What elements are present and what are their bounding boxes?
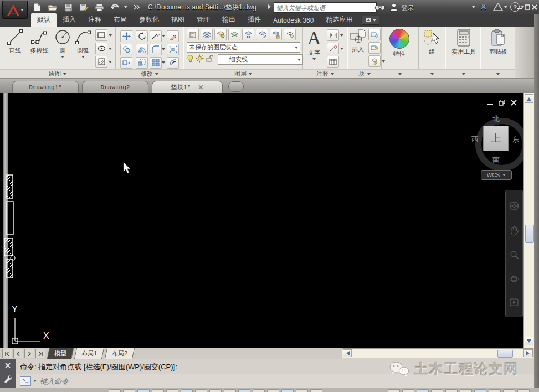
status-button[interactable] [310, 389, 322, 392]
leader-button[interactable] [327, 43, 339, 54]
plot-button[interactable] [93, 2, 105, 13]
ribbon-tab-plugins[interactable]: 插件 [242, 13, 267, 27]
table-button[interactable] [327, 56, 339, 68]
layer-unisolate-button[interactable] [228, 29, 240, 40]
application-menu-button[interactable] [2, 1, 28, 19]
orbit-icon[interactable] [509, 275, 519, 283]
viewcube-west-label[interactable]: 西 [471, 135, 479, 145]
ribbon-tab-insert[interactable]: 插入 [57, 13, 82, 27]
layer-freeze-button[interactable] [242, 29, 254, 40]
horizontal-scrollbar[interactable] [342, 348, 533, 358]
dimension-caret-icon[interactable] [340, 34, 343, 37]
last-layout-button[interactable] [35, 349, 45, 358]
status-button[interactable] [474, 389, 486, 392]
zoom-magnifier-icon[interactable] [510, 250, 519, 260]
signin-dropdown-caret-icon[interactable] [472, 6, 475, 8]
prev-layout-button[interactable] [13, 349, 23, 358]
ribbon-tab-annotate[interactable]: 注释 [82, 13, 107, 27]
pan-hand-icon[interactable] [510, 226, 519, 236]
layer-sun-icon[interactable] [196, 54, 204, 64]
group-button[interactable]: 组 [420, 29, 444, 69]
ellipse-button[interactable] [95, 43, 107, 54]
wrench-icon[interactable] [4, 375, 12, 384]
viewcube-south-label[interactable]: 南 [492, 155, 500, 165]
layout2-tab[interactable]: 布局2 [105, 348, 135, 359]
infocenter-search-input[interactable] [274, 2, 377, 13]
command-history-line[interactable]: 命令: 指定对角点或 [栏选(F)/圈围(WP)/圈交(CP)]: [20, 362, 177, 372]
file-tab-drawing1[interactable]: Drawing1* [12, 81, 79, 93]
layer-properties-button[interactable] [187, 29, 199, 40]
scroll-left-button[interactable] [343, 349, 352, 357]
status-button[interactable] [281, 389, 294, 392]
save-button[interactable] [62, 2, 74, 13]
layers-panel-title[interactable]: 图层 [184, 69, 302, 78]
layer-match-button[interactable] [284, 29, 296, 40]
status-button[interactable] [267, 389, 279, 392]
hatch-caret-icon[interactable] [109, 61, 112, 63]
status-button[interactable] [402, 389, 414, 392]
clipboard-panel-title[interactable] [481, 69, 515, 78]
navigation-bar[interactable] [505, 190, 523, 317]
layer-state-dropdown[interactable]: 未保存的图层状态 [187, 42, 300, 53]
layer-lock-button[interactable] [270, 29, 282, 40]
layout1-tab[interactable]: 布局1 [74, 348, 105, 359]
properties-panel-title[interactable] [381, 69, 418, 78]
leader-caret-icon[interactable] [340, 48, 343, 50]
ribbon-tab-parametric[interactable]: 参数化 [133, 13, 165, 27]
status-button[interactable] [238, 389, 250, 392]
status-button[interactable] [253, 389, 265, 392]
circle-dropdown-caret-icon[interactable] [61, 56, 64, 58]
command-input[interactable] [39, 376, 207, 386]
scale-button[interactable] [136, 57, 148, 69]
ucs-icon[interactable]: Y X [6, 302, 55, 344]
ellipse-caret-icon[interactable] [109, 48, 112, 50]
viewcube-top-face[interactable]: 上 [483, 126, 509, 151]
close-window-button[interactable] [531, 4, 538, 11]
status-button[interactable] [195, 389, 207, 392]
undo-button[interactable] [109, 2, 121, 13]
ribbon-tab-view[interactable]: 视图 [165, 13, 191, 27]
vertical-scrollbar[interactable] [523, 93, 535, 348]
undo-dropdown-caret-icon[interactable] [124, 6, 127, 8]
restore-drawing-icon[interactable] [499, 100, 505, 106]
status-button[interactable] [224, 389, 236, 392]
layer-unlock-icon[interactable] [206, 54, 213, 64]
trim-button[interactable] [150, 30, 162, 42]
status-button[interactable] [137, 389, 150, 392]
hatch-button[interactable] [95, 56, 107, 68]
layer-off-button[interactable] [256, 29, 268, 40]
minimize-drawing-icon[interactable] [487, 100, 494, 106]
annotation-panel-title[interactable]: 注释 [302, 69, 348, 78]
ribbon-tab-autodesk360[interactable]: Autodesk 360 [267, 15, 320, 27]
drawing-canvas[interactable]: 北 西 东 南 上 WCS [0, 93, 524, 348]
ribbon-tab-output[interactable]: 输出 [216, 13, 242, 27]
search-binoculars-icon[interactable] [374, 2, 386, 13]
maximize-window-button[interactable] [523, 4, 531, 11]
ribbon-tab-layout[interactable]: 布局 [107, 13, 133, 27]
showmotion-icon[interactable] [510, 298, 519, 306]
fillet-button[interactable] [150, 44, 162, 55]
status-button[interactable] [503, 389, 515, 392]
status-button[interactable] [388, 389, 400, 392]
command-options-caret-icon[interactable] [33, 380, 37, 382]
array-caret-icon[interactable] [162, 61, 165, 64]
file-tab-diankuai1[interactable]: 垫块1* [152, 81, 223, 93]
new-drawing-tab-button[interactable] [228, 81, 244, 92]
scroll-right-button[interactable] [523, 349, 533, 357]
scroll-down-button[interactable] [525, 337, 533, 345]
layer-select-dropdown[interactable]: 细实线 [218, 54, 303, 65]
mirror-button[interactable] [136, 44, 148, 55]
circle-button[interactable]: 圆 [53, 29, 72, 69]
first-layout-button[interactable] [2, 349, 12, 358]
modify-panel-title[interactable]: 修改 [115, 69, 184, 78]
block-panel-title[interactable]: 块 [348, 69, 381, 78]
wcs-dropdown[interactable]: WCS [481, 170, 512, 180]
create-block-button[interactable] [368, 42, 381, 54]
viewcube-east-label[interactable]: 东 [512, 135, 519, 145]
layer-isolate-button[interactable] [214, 29, 227, 40]
arc-button[interactable]: 圆弧 [73, 29, 93, 69]
move-button[interactable] [120, 30, 132, 42]
close-command-icon[interactable] [5, 363, 11, 368]
navigation-wheel-icon[interactable] [509, 201, 519, 211]
user-icon[interactable] [389, 2, 399, 13]
